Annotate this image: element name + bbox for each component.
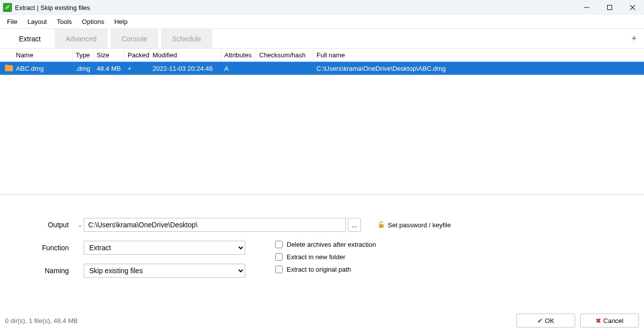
col-size[interactable]: Size xyxy=(94,49,125,61)
window-title: Extract | Skip existing files xyxy=(15,4,90,11)
cell-modified: 2022-11-03 20:24:46 xyxy=(150,65,221,72)
output-input[interactable] xyxy=(84,218,346,232)
svg-rect-2 xyxy=(608,5,612,10)
menu-tools[interactable]: Tools xyxy=(52,16,77,27)
tab-console[interactable]: Console xyxy=(111,29,158,48)
footer: 0 dir(s), 1 file(s), 48.4 MB ✔OK ✖Cancel xyxy=(0,311,644,330)
menu-bar: File Layout Tools Options Help xyxy=(0,15,644,29)
naming-label: Naming xyxy=(10,267,76,275)
tab-extract[interactable]: Extract xyxy=(8,29,52,48)
col-modified[interactable]: Modified xyxy=(150,49,221,61)
check-new-folder-box[interactable] xyxy=(275,253,283,261)
app-icon xyxy=(3,3,12,12)
output-dropdown-icon[interactable]: ⌄ xyxy=(76,222,84,228)
cell-attr: A xyxy=(221,65,256,72)
output-label: Output xyxy=(10,221,76,229)
check-icon: ✔ xyxy=(537,317,543,325)
title-bar: Extract | Skip existing files xyxy=(0,0,644,15)
function-label: Function xyxy=(10,244,76,252)
function-select[interactable]: Extract xyxy=(84,241,245,255)
col-hash[interactable]: Checksum/hash xyxy=(256,49,314,61)
check-new-folder[interactable]: Extract in new folder xyxy=(275,253,376,261)
menu-file[interactable]: File xyxy=(2,16,22,27)
menu-options[interactable]: Options xyxy=(77,16,109,27)
cell-fullname: C:\Users\krama\OneDrive\Desktop\ABC.dmg xyxy=(314,65,466,72)
svg-rect-5 xyxy=(379,224,384,228)
lock-icon xyxy=(378,221,385,228)
col-name[interactable]: Name xyxy=(0,49,73,61)
add-button[interactable]: + xyxy=(624,29,644,48)
cell-size: 48.4 MB xyxy=(94,65,125,72)
check-original-path-box[interactable] xyxy=(275,266,283,273)
naming-select[interactable]: Skip existing files xyxy=(84,264,245,278)
ok-button[interactable]: ✔OK xyxy=(516,314,575,328)
options-panel: Output ⌄ ... Set password / keyfile Func… xyxy=(0,194,644,287)
col-fullname[interactable]: Full name xyxy=(314,49,466,61)
close-button[interactable] xyxy=(621,0,644,15)
minimize-button[interactable] xyxy=(575,0,598,15)
table-row[interactable]: ABC.dmg .dmg 48.4 MB + 2022-11-03 20:24:… xyxy=(0,62,644,75)
x-icon: ✖ xyxy=(596,317,601,325)
status-text: 0 dir(s), 1 file(s), 48.4 MB xyxy=(5,317,78,325)
table-header: Name Type Size Packed Modified Attribute… xyxy=(0,49,644,62)
cancel-button[interactable]: ✖Cancel xyxy=(580,314,639,328)
menu-layout[interactable]: Layout xyxy=(22,16,52,27)
check-delete-archives-box[interactable] xyxy=(275,241,283,248)
tab-schedule[interactable]: Schedule xyxy=(161,29,212,48)
tab-strip: Extract Advanced Console Schedule + xyxy=(0,29,644,49)
cell-packed: + xyxy=(125,65,150,72)
col-type[interactable]: Type xyxy=(73,49,94,61)
cell-type: .dmg xyxy=(73,65,94,72)
cell-name: ABC.dmg xyxy=(0,65,73,72)
check-original-path[interactable]: Extract to original path xyxy=(275,266,376,273)
set-password-link[interactable]: Set password / keyfile xyxy=(378,221,451,229)
col-packed[interactable]: Packed xyxy=(125,49,150,61)
col-attributes[interactable]: Attributes xyxy=(221,49,256,61)
browse-button[interactable]: ... xyxy=(348,218,361,232)
maximize-button[interactable] xyxy=(598,0,621,15)
check-delete-archives[interactable]: Delete archives after extraction xyxy=(275,241,376,248)
tab-advanced[interactable]: Advanced xyxy=(55,29,108,48)
archive-icon xyxy=(5,65,13,71)
menu-help[interactable]: Help xyxy=(109,16,133,27)
